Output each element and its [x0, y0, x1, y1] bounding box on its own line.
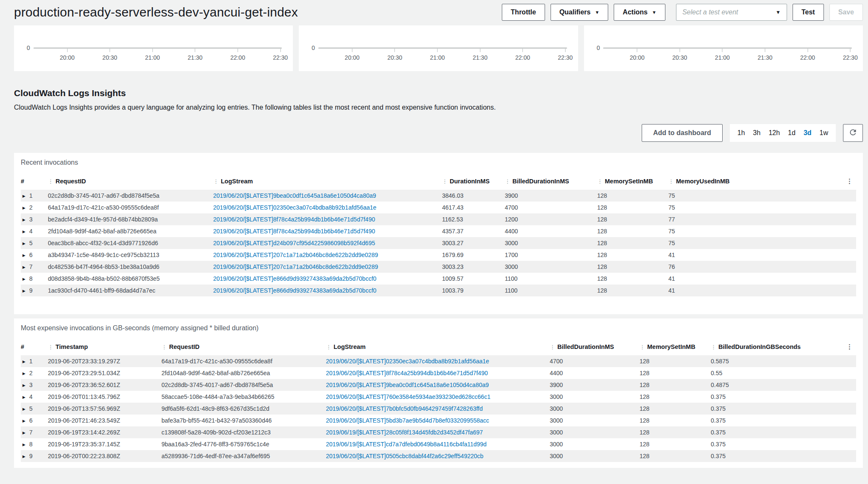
expand-row-icon[interactable]: ▶ — [22, 360, 25, 364]
table-row: ▶42fd104a8-9d9f-4a62-b8af-a8b726e665ea20… — [21, 225, 856, 237]
table-cell: 128 — [640, 367, 711, 379]
table-cell: 75 — [668, 190, 845, 202]
logstream-link[interactable]: 2019/06/20/[$LATEST]8f78c4a25b994db1b6b4… — [326, 370, 488, 376]
logstream-link[interactable]: 2019/06/20/[$LATEST]02350ec3a07c4bdba8b9… — [326, 358, 489, 365]
table-row: ▶92019-06-20T00:22:23.808Za5289936-71d6-… — [21, 450, 856, 462]
row-index-cell: ▶1 — [21, 355, 48, 367]
table-cell — [845, 285, 856, 296]
expand-row-icon[interactable]: ▶ — [22, 265, 25, 269]
table-cell: 2019-06-19T23:14:42.269Z — [48, 426, 161, 438]
time-range-12h[interactable]: 12h — [768, 129, 780, 137]
time-range-1d[interactable]: 1d — [788, 129, 796, 137]
logstream-link[interactable]: 2019/06/20/[$LATEST]02350ec3a07c4bdba8b9… — [213, 204, 376, 211]
column-header-billeddurationinms: ⋮BilledDurationInMS — [550, 340, 640, 355]
expand-row-icon[interactable]: ▶ — [22, 371, 25, 376]
expand-row-icon[interactable]: ▶ — [22, 277, 25, 281]
table-row: ▶42019-06-20T01:13:45.796Z58accae5-108e-… — [21, 391, 856, 403]
chart-tick-label: 21:30 — [473, 54, 487, 61]
expand-row-icon[interactable]: ▶ — [22, 395, 25, 399]
chart-tick — [765, 49, 765, 52]
logstream-cell: 2019/06/20/[$LATEST]7b0bfc5d0fb946429745… — [326, 403, 550, 415]
row-number: 1 — [29, 358, 33, 365]
vertical-dots-icon: ⋮ — [161, 344, 167, 350]
refresh-button[interactable] — [843, 124, 863, 142]
expand-row-icon[interactable]: ▶ — [22, 253, 25, 257]
time-range-1w[interactable]: 1w — [820, 129, 828, 137]
logstream-link[interactable]: 2019/06/20/[$LATEST]207c1a71a2b046bc8de6… — [213, 252, 378, 258]
expand-row-icon[interactable]: ▶ — [22, 454, 25, 459]
logstream-cell: 2019/06/20/[$LATEST]02350ec3a07c4bdba8b9… — [326, 355, 550, 367]
chevron-down-icon: ▼ — [595, 10, 599, 15]
expand-row-icon[interactable]: ▶ — [22, 407, 25, 411]
row-index-cell: ▶3 — [21, 213, 48, 225]
widget-menu-icon[interactable]: ⋮ — [846, 177, 853, 185]
time-range-1h[interactable]: 1h — [737, 129, 745, 137]
test-event-select[interactable]: Select a test event ▼ — [676, 4, 787, 21]
chart-tick-label: 20:30 — [103, 54, 117, 61]
vertical-dots-icon: ⋮ — [668, 178, 674, 185]
logstream-link[interactable]: 2019/06/20/[$LATEST]8f78c4a25b994db1b6b4… — [213, 228, 375, 235]
table-cell — [845, 190, 856, 202]
expand-row-icon[interactable]: ▶ — [22, 218, 25, 222]
time-range-3h[interactable]: 3h — [753, 129, 761, 137]
table-cell: 0.375 — [711, 391, 845, 403]
expand-row-icon[interactable]: ▶ — [22, 419, 25, 423]
table-cell: 128 — [640, 379, 711, 391]
table-row: ▶32019-06-20T23:36:52.601Z02c2d8db-3745-… — [21, 379, 856, 391]
test-button[interactable]: Test — [793, 4, 824, 21]
row-number: 9 — [29, 453, 33, 459]
logstream-link[interactable]: 2019/06/20/[$LATEST]7b0bfc5d0fb946429745… — [326, 405, 483, 412]
logstream-cell: 2019/06/20/[$LATEST]02350ec3a07c4bdba8b9… — [213, 202, 442, 213]
column-header-memorysetinmb: ⋮MemorySetInMB — [640, 340, 711, 355]
chart-plot: 020:0020:3021:0021:3022:0022:30 — [584, 25, 863, 64]
logstream-link[interactable]: 2019/06/20/[$LATEST]e866d9d939274383a69d… — [213, 287, 376, 294]
table-cell: 0.55 — [711, 367, 845, 379]
logstream-link[interactable]: 2019/06/20/[$LATEST]9bea0c0df1c645a18a6e… — [326, 382, 489, 388]
table-cell: 58accae5-108e-4484-a7a3-9eba34b66265 — [161, 391, 326, 403]
column-label: LogStream — [334, 343, 366, 350]
row-index-cell: ▶2 — [21, 367, 48, 379]
expand-row-icon[interactable]: ▶ — [22, 443, 25, 447]
logstream-link[interactable]: 2019/06/20/[$LATEST]5bd3b7ae9b5d4d7b8ef0… — [326, 417, 489, 424]
logstream-link[interactable]: 2019/06/20/[$LATEST]207c1a71a2b046bc8de6… — [213, 263, 378, 270]
expand-row-icon[interactable]: ▶ — [22, 431, 25, 435]
table-cell: 2019-06-20T00:22:23.808Z — [48, 450, 161, 462]
qualifiers-button[interactable]: Qualifiers ▼ — [551, 4, 609, 21]
widget-menu-icon[interactable]: ⋮ — [846, 343, 853, 350]
column-label: # — [21, 178, 24, 185]
expand-row-icon[interactable]: ▶ — [22, 194, 25, 198]
expand-row-icon[interactable]: ▶ — [22, 206, 25, 210]
logstream-link[interactable]: 2019/06/19/[$LATEST]cd7a7dfebd0649b8a411… — [326, 441, 487, 448]
logstream-link[interactable]: 2019/06/20/[$LATEST]e866d9d939274383a69d… — [213, 275, 376, 282]
table-row: ▶72019-06-19T23:14:42.269Zc139808f-5a28-… — [21, 426, 856, 438]
table-cell — [845, 237, 856, 249]
table-cell: 4700 — [550, 355, 640, 367]
throttle-button[interactable]: Throttle — [502, 4, 545, 21]
row-index-cell: ▶4 — [21, 391, 48, 403]
chart-tick — [637, 49, 637, 52]
row-number: 3 — [29, 382, 33, 388]
expand-row-icon[interactable]: ▶ — [22, 241, 25, 246]
table-row: ▶62019-06-20T21:46:23.549Zbafe3a7b-bf55-… — [21, 415, 856, 426]
test-event-placeholder: Select a test event — [682, 8, 772, 16]
expand-row-icon[interactable]: ▶ — [22, 383, 25, 387]
table-row: ▶6a3b49347-1c5e-4849-9c1c-ce975cb3211320… — [21, 249, 856, 261]
save-button[interactable]: Save — [829, 4, 863, 21]
logstream-link[interactable]: 2019/06/20/[$LATEST]d24b097cf95d42259860… — [213, 240, 375, 246]
time-range-3d[interactable]: 3d — [804, 129, 812, 137]
logstream-link[interactable]: 2019/06/20/[$LATEST]760e3584e5934ae39323… — [326, 393, 490, 400]
chart-tick — [437, 49, 438, 52]
test-button-label: Test — [801, 8, 815, 16]
logstream-link[interactable]: 2019/06/20/[$LATEST]0505cbc8dabf44f2a6c2… — [326, 453, 484, 459]
logstream-link[interactable]: 2019/06/19/[$LATEST]28c05f8f134d45fdb2d3… — [326, 429, 483, 436]
add-to-dashboard-button[interactable]: Add to dashboard — [642, 124, 723, 142]
logstream-cell: 2019/06/20/[$LATEST]8f78c4a25b994db1b6b4… — [213, 213, 442, 225]
logstream-link[interactable]: 2019/06/20/[$LATEST]8f78c4a25b994db1b6b4… — [213, 216, 375, 223]
expand-row-icon[interactable]: ▶ — [22, 289, 25, 293]
chart-tick-label: 22:00 — [230, 54, 245, 61]
actions-button[interactable]: Actions ▼ — [614, 4, 665, 21]
table-cell: 2019-06-19T23:35:37.145Z — [48, 438, 161, 450]
logstream-link[interactable]: 2019/06/20/[$LATEST]9bea0c0df1c645a18a6e… — [213, 192, 376, 199]
expand-row-icon[interactable]: ▶ — [22, 230, 25, 234]
table-cell: a3b49347-1c5e-4849-9c1c-ce975cb32113 — [48, 249, 213, 261]
